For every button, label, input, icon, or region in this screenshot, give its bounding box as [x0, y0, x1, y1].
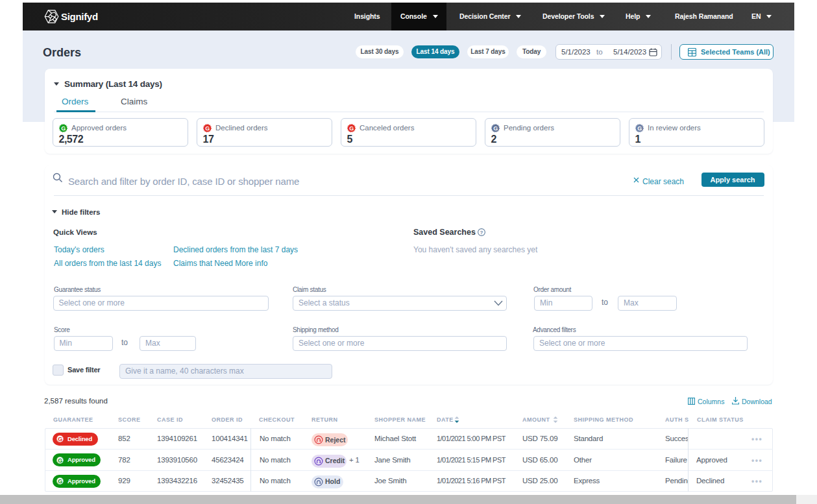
- svg-text:G: G: [205, 125, 210, 131]
- svg-text:G: G: [349, 125, 354, 131]
- svg-text:G: G: [58, 436, 62, 442]
- svg-text:G: G: [58, 478, 62, 485]
- svg-text:G: G: [61, 125, 66, 131]
- svg-text:G: G: [493, 125, 498, 131]
- svg-text:G: G: [58, 457, 62, 463]
- svg-text:G: G: [637, 125, 642, 131]
- svg-text:?: ?: [480, 230, 483, 235]
